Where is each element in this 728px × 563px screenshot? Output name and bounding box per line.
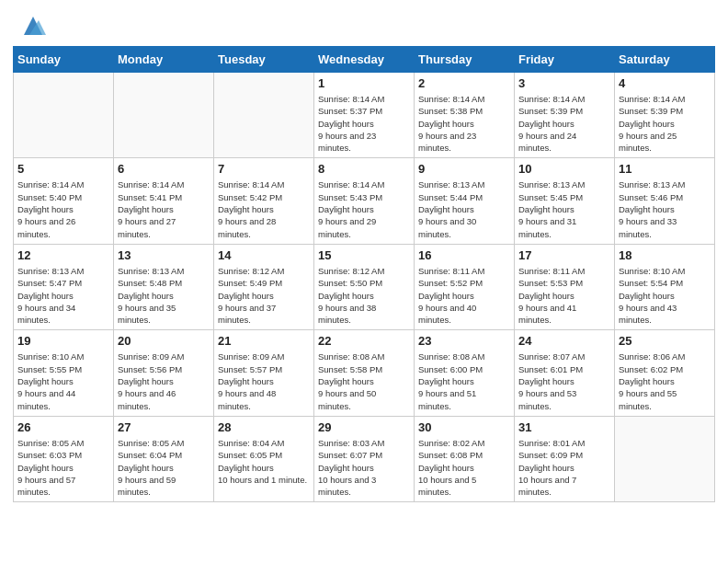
day-info: Sunrise: 8:13 AMSunset: 5:44 PMDaylight … [418, 178, 510, 239]
day-cell: 3Sunrise: 8:14 AMSunset: 5:39 PMDaylight… [515, 73, 615, 158]
day-info: Sunrise: 8:09 AMSunset: 5:56 PMDaylight … [118, 350, 210, 411]
day-number: 16 [418, 248, 510, 262]
day-info: Sunrise: 8:14 AMSunset: 5:40 PMDaylight … [17, 178, 109, 239]
day-info: Sunrise: 8:10 AMSunset: 5:55 PMDaylight … [17, 350, 109, 411]
day-number: 22 [318, 334, 410, 348]
day-cell: 23Sunrise: 8:08 AMSunset: 6:00 PMDayligh… [415, 330, 515, 416]
day-info: Sunrise: 8:14 AMSunset: 5:42 PMDaylight … [218, 178, 310, 239]
day-cell: 31Sunrise: 8:01 AMSunset: 6:09 PMDayligh… [515, 416, 615, 501]
day-info: Sunrise: 8:08 AMSunset: 5:58 PMDaylight … [318, 350, 410, 411]
week-row-0: 1Sunrise: 8:14 AMSunset: 5:37 PMDaylight… [14, 73, 715, 158]
day-info: Sunrise: 8:05 AMSunset: 6:03 PMDaylight … [17, 437, 109, 498]
day-number: 21 [218, 334, 310, 348]
day-info: Sunrise: 8:13 AMSunset: 5:46 PMDaylight … [619, 178, 711, 239]
day-cell: 7Sunrise: 8:14 AMSunset: 5:42 PMDaylight… [214, 158, 314, 244]
day-info: Sunrise: 8:14 AMSunset: 5:38 PMDaylight … [418, 93, 510, 154]
day-info: Sunrise: 8:07 AMSunset: 6:01 PMDaylight … [518, 350, 610, 411]
day-number: 26 [17, 420, 109, 434]
day-info: Sunrise: 8:14 AMSunset: 5:37 PMDaylight … [318, 93, 410, 154]
day-info: Sunrise: 8:14 AMSunset: 5:43 PMDaylight … [318, 178, 410, 239]
weekday-sunday: Sunday [14, 47, 114, 73]
day-number: 28 [218, 420, 310, 434]
day-cell: 18Sunrise: 8:10 AMSunset: 5:54 PMDayligh… [615, 244, 715, 329]
day-cell: 24Sunrise: 8:07 AMSunset: 6:01 PMDayligh… [515, 330, 615, 416]
day-number: 9 [418, 162, 510, 176]
day-cell: 1Sunrise: 8:14 AMSunset: 5:37 PMDaylight… [314, 73, 415, 158]
day-number: 27 [118, 420, 210, 434]
day-number: 2 [418, 76, 510, 90]
day-info: Sunrise: 8:13 AMSunset: 5:48 PMDaylight … [118, 265, 210, 326]
day-cell: 2Sunrise: 8:14 AMSunset: 5:38 PMDaylight… [415, 73, 515, 158]
day-info: Sunrise: 8:14 AMSunset: 5:41 PMDaylight … [118, 178, 210, 239]
day-number: 17 [518, 248, 610, 262]
day-cell: 10Sunrise: 8:13 AMSunset: 5:45 PMDayligh… [515, 158, 615, 244]
calendar-table: SundayMondayTuesdayWednesdayThursdayFrid… [13, 46, 715, 502]
day-number: 11 [619, 162, 711, 176]
day-cell [114, 73, 214, 158]
weekday-saturday: Saturday [615, 47, 715, 73]
day-cell: 4Sunrise: 8:14 AMSunset: 5:39 PMDaylight… [615, 73, 715, 158]
day-info: Sunrise: 8:01 AMSunset: 6:09 PMDaylight … [518, 437, 610, 498]
day-info: Sunrise: 8:12 AMSunset: 5:49 PMDaylight … [218, 265, 310, 326]
day-number: 30 [418, 420, 510, 434]
weekday-header-row: SundayMondayTuesdayWednesdayThursdayFrid… [14, 47, 715, 73]
logo-icon [20, 13, 46, 39]
day-cell: 11Sunrise: 8:13 AMSunset: 5:46 PMDayligh… [615, 158, 715, 244]
day-info: Sunrise: 8:06 AMSunset: 6:02 PMDaylight … [619, 350, 711, 411]
day-number: 7 [218, 162, 310, 176]
day-number: 3 [518, 76, 610, 90]
day-number: 19 [17, 334, 109, 348]
day-cell: 26Sunrise: 8:05 AMSunset: 6:03 PMDayligh… [14, 416, 114, 501]
day-info: Sunrise: 8:13 AMSunset: 5:47 PMDaylight … [17, 265, 109, 326]
day-number: 31 [518, 420, 610, 434]
day-number: 14 [218, 248, 310, 262]
day-number: 10 [518, 162, 610, 176]
week-row-3: 19Sunrise: 8:10 AMSunset: 5:55 PMDayligh… [14, 330, 715, 416]
day-number: 23 [418, 334, 510, 348]
day-info: Sunrise: 8:05 AMSunset: 6:04 PMDaylight … [118, 437, 210, 498]
day-info: Sunrise: 8:03 AMSunset: 6:07 PMDaylight … [318, 437, 410, 498]
day-info: Sunrise: 8:02 AMSunset: 6:08 PMDaylight … [418, 437, 510, 498]
week-row-2: 12Sunrise: 8:13 AMSunset: 5:47 PMDayligh… [14, 244, 715, 329]
header [0, 0, 728, 46]
day-info: Sunrise: 8:14 AMSunset: 5:39 PMDaylight … [518, 93, 610, 154]
day-number: 1 [318, 76, 410, 90]
day-cell: 13Sunrise: 8:13 AMSunset: 5:48 PMDayligh… [114, 244, 214, 329]
day-cell: 15Sunrise: 8:12 AMSunset: 5:50 PMDayligh… [314, 244, 415, 329]
week-row-1: 5Sunrise: 8:14 AMSunset: 5:40 PMDaylight… [14, 158, 715, 244]
day-info: Sunrise: 8:12 AMSunset: 5:50 PMDaylight … [318, 265, 410, 326]
day-number: 6 [118, 162, 210, 176]
day-number: 29 [318, 420, 410, 434]
day-info: Sunrise: 8:11 AMSunset: 5:52 PMDaylight … [418, 265, 510, 326]
calendar-container: SundayMondayTuesdayWednesdayThursdayFrid… [0, 46, 728, 563]
weekday-friday: Friday [515, 47, 615, 73]
logo [17, 13, 46, 39]
weekday-tuesday: Tuesday [214, 47, 314, 73]
day-cell: 17Sunrise: 8:11 AMSunset: 5:53 PMDayligh… [515, 244, 615, 329]
day-number: 20 [118, 334, 210, 348]
day-number: 15 [318, 248, 410, 262]
day-info: Sunrise: 8:13 AMSunset: 5:45 PMDaylight … [518, 178, 610, 239]
day-number: 18 [619, 248, 711, 262]
day-cell: 19Sunrise: 8:10 AMSunset: 5:55 PMDayligh… [14, 330, 114, 416]
page: SundayMondayTuesdayWednesdayThursdayFrid… [0, 0, 728, 563]
day-number: 13 [118, 248, 210, 262]
day-cell: 28Sunrise: 8:04 AMSunset: 6:05 PMDayligh… [214, 416, 314, 501]
day-number: 5 [17, 162, 109, 176]
day-info: Sunrise: 8:08 AMSunset: 6:00 PMDaylight … [418, 350, 510, 411]
day-info: Sunrise: 8:04 AMSunset: 6:05 PMDaylight … [218, 437, 310, 486]
day-cell: 30Sunrise: 8:02 AMSunset: 6:08 PMDayligh… [415, 416, 515, 501]
day-cell: 25Sunrise: 8:06 AMSunset: 6:02 PMDayligh… [615, 330, 715, 416]
day-cell: 20Sunrise: 8:09 AMSunset: 5:56 PMDayligh… [114, 330, 214, 416]
day-cell: 27Sunrise: 8:05 AMSunset: 6:04 PMDayligh… [114, 416, 214, 501]
day-cell: 6Sunrise: 8:14 AMSunset: 5:41 PMDaylight… [114, 158, 214, 244]
day-cell: 5Sunrise: 8:14 AMSunset: 5:40 PMDaylight… [14, 158, 114, 244]
day-number: 25 [619, 334, 711, 348]
weekday-monday: Monday [114, 47, 214, 73]
day-info: Sunrise: 8:11 AMSunset: 5:53 PMDaylight … [518, 265, 610, 326]
day-cell [615, 416, 715, 501]
day-info: Sunrise: 8:14 AMSunset: 5:39 PMDaylight … [619, 93, 711, 154]
day-number: 12 [17, 248, 109, 262]
day-cell [214, 73, 314, 158]
day-number: 4 [619, 76, 711, 90]
